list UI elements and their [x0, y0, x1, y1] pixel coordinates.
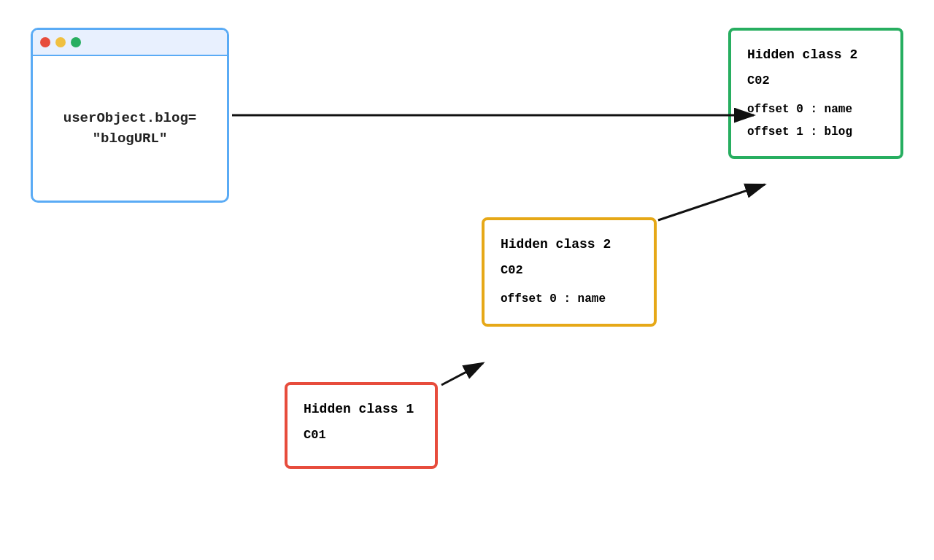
- hidden-class-yellow-box: Hidden class 2 C02 offset 0 : name: [482, 217, 657, 327]
- code-line2: "blogURL": [93, 131, 168, 147]
- yellow-box-offsets: offset 0 : name: [501, 288, 638, 310]
- green-offset-1: offset 1 : blog: [747, 121, 884, 143]
- arrow-red-to-yellow: [441, 363, 483, 385]
- browser-window: userObject.blog= "blogURL": [31, 28, 229, 203]
- green-box-offsets: offset 0 : name offset 1 : blog: [747, 98, 884, 143]
- close-icon: [40, 37, 50, 47]
- browser-content: userObject.blog= "blogURL": [33, 56, 227, 201]
- minimize-icon: [55, 37, 66, 47]
- maximize-icon: [71, 37, 81, 47]
- hidden-class-green-box: Hidden class 2 C02 offset 0 : name offse…: [728, 28, 903, 159]
- green-offset-0: offset 0 : name: [747, 98, 884, 120]
- arrow-yellow-to-green: [658, 184, 765, 220]
- yellow-box-id: C02: [501, 260, 638, 281]
- green-box-title: Hidden class 2: [747, 44, 884, 66]
- yellow-offset-0: offset 0 : name: [501, 288, 638, 310]
- hidden-class-red-box: Hidden class 1 C01: [285, 382, 438, 469]
- diagram-container: userObject.blog= "blogURL" Hidden class …: [0, 0, 934, 560]
- green-box-id: C02: [747, 71, 884, 92]
- red-box-id: C01: [304, 425, 419, 446]
- red-box-title: Hidden class 1: [304, 398, 419, 421]
- yellow-box-title: Hidden class 2: [501, 233, 638, 256]
- browser-code: userObject.blog= "blogURL": [63, 108, 196, 149]
- browser-titlebar: [33, 30, 227, 56]
- code-line1: userObject.blog=: [63, 110, 196, 126]
